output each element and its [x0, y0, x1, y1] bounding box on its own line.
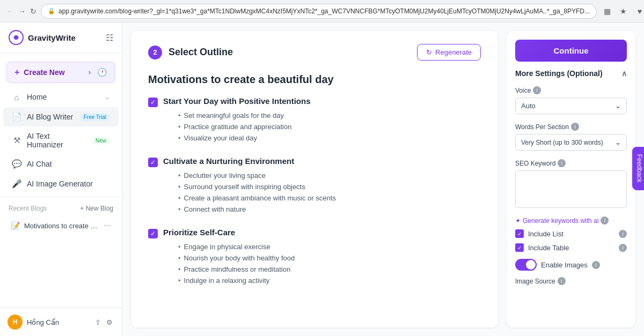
chat-icon: 💬 — [12, 159, 21, 169]
editor-panel: 2 Select Outline ↻ Regenerate Motivation… — [131, 31, 498, 327]
expand-button[interactable]: ⇧ — [93, 317, 103, 328]
seo-info-icon[interactable]: i — [558, 159, 566, 167]
generate-keywords-link[interactable]: ✦ Generate keywords with ai i — [507, 214, 635, 227]
outline-section-2: ✓ Cultivate a Nurturing Environment Decl… — [148, 156, 481, 215]
section-title-2: Cultivate a Nurturing Environment — [163, 156, 336, 166]
recent-blog-title: Motivations to create a beau... — [24, 222, 99, 230]
create-new-button[interactable]: + Create New › 🕐 — [6, 62, 115, 83]
recent-blog-item[interactable]: 📝 Motivations to create a beau... ⋯ — [3, 217, 119, 234]
voice-info-icon[interactable]: i — [533, 86, 541, 94]
regenerate-icon: ↻ — [426, 48, 432, 56]
feedback-tab[interactable]: Feedback — [633, 146, 644, 190]
outline-checkbox-1[interactable]: ✓ — [148, 98, 158, 107]
voice-field: Voice i Auto ⌄ — [507, 82, 635, 118]
continue-button[interactable]: Continue — [515, 40, 627, 62]
include-list-checkbox[interactable]: ✓ — [515, 229, 524, 238]
outline-checkbox-2[interactable]: ✓ — [148, 158, 158, 167]
sidebar-item-ai-chat[interactable]: 💬 AI Chat — [3, 154, 119, 174]
sidebar-item-text-humanizer[interactable]: ⚒ AI Text Humanizer New — [3, 127, 119, 154]
create-new-label: Create New — [24, 68, 64, 77]
seo-keyword-label: SEO Keyword i — [515, 159, 627, 167]
regenerate-button[interactable]: ↻ Regenerate — [417, 44, 481, 61]
voice-select[interactable]: Auto ⌄ — [515, 98, 627, 114]
outline-checkbox-3[interactable]: ✓ — [148, 229, 158, 238]
user-name: Hồng Cẩn — [27, 318, 89, 326]
check-icon-2: ✓ — [150, 159, 156, 166]
sidebar-footer: H Hồng Cẩn ⇧ ⚙ — [0, 308, 122, 336]
words-per-section-label: Words Per Section i — [515, 123, 627, 131]
text-humanizer-icon: ⚒ — [12, 136, 21, 145]
sidebar-item-blog-writer[interactable]: 📄 AI Blog Writer Free Trial — [3, 107, 119, 126]
sidebar-item-home-label: Home — [27, 93, 99, 101]
check-icon-table: ✓ — [517, 245, 522, 251]
step-number: 2 — [148, 46, 162, 59]
include-list-label: Include List — [528, 230, 614, 238]
generate-info-icon[interactable]: i — [601, 216, 609, 225]
new-blog-button[interactable]: + New Blog — [80, 205, 113, 212]
include-table-info-icon[interactable]: i — [619, 244, 627, 252]
svg-point-1 — [14, 35, 18, 40]
words-per-section-select[interactable]: Very Short (up to 300 words) ⌄ — [515, 134, 627, 151]
new-badge: New — [92, 137, 110, 145]
extensions-button[interactable]: ▦ — [601, 5, 614, 18]
seo-keyword-input[interactable] — [515, 170, 627, 208]
plus-icon: + — [14, 68, 19, 77]
browser-actions: ▦ ★ ♥ ■ H — [601, 5, 644, 18]
recent-blogs-label: Recent Blogs — [9, 205, 47, 212]
more-options-button[interactable]: ⋯ — [104, 221, 111, 230]
footer-actions: ⇧ ⚙ — [93, 317, 114, 328]
enable-images-toggle[interactable] — [515, 259, 537, 271]
bullet-3-4: Indulge in a relaxing activity — [178, 275, 295, 286]
words-info-icon[interactable]: i — [571, 123, 579, 131]
more-settings-label: More Settings (Optional) — [515, 69, 603, 78]
bullet-2-3: Create a pleasant ambiance with music or… — [178, 192, 336, 204]
enable-images-info-icon[interactable]: i — [592, 261, 600, 269]
include-table-row: ✓ Include Table i — [507, 241, 635, 255]
free-trial-badge: Free Trial — [80, 113, 110, 121]
sidebar-toggle-button[interactable]: ☷ — [106, 33, 113, 43]
sidebar-item-image-generator[interactable]: 🎤 AI Image Generator — [3, 174, 119, 193]
include-table-label: Include Table — [528, 244, 614, 252]
bullet-3-1: Engage in physical exercise — [178, 241, 295, 252]
continue-btn-area: Continue — [507, 31, 635, 62]
bookmark-button[interactable]: ★ — [617, 5, 630, 18]
shield-button[interactable]: ♥ — [633, 5, 644, 18]
include-table-checkbox[interactable]: ✓ — [515, 243, 524, 252]
check-icon: ✓ — [150, 99, 156, 106]
image-source-info-icon[interactable]: i — [558, 277, 566, 285]
section-3-bullets: Engage in physical exercise Nourish your… — [178, 241, 295, 286]
outline-section-3: ✓ Prioritize Self-Care Engage in physica… — [148, 228, 481, 286]
browser-bar: ← → ↻ 🔒 app.gravitywrite.com/blog-writer… — [0, 0, 644, 23]
recent-blogs-section-header: Recent Blogs + New Blog — [0, 200, 122, 216]
enable-images-row: Enable Images i — [507, 255, 635, 275]
forward-button[interactable]: → — [18, 6, 26, 17]
step-header: 2 Select Outline ↻ Regenerate — [148, 44, 481, 61]
logo-text: GravityWrite — [28, 33, 76, 42]
settings-panel: Continue More Settings (Optional) ∧ Voic… — [507, 31, 635, 327]
bullet-3-3: Practice mindfulness or meditation — [178, 264, 295, 275]
more-settings-header[interactable]: More Settings (Optional) ∧ — [507, 62, 635, 82]
app-container: GravityWrite ☷ + Create New › 🕐 ⌂ Home ⌄… — [0, 23, 644, 336]
document-icon: 📝 — [11, 221, 20, 230]
lock-icon: 🔒 — [48, 8, 55, 14]
address-bar[interactable]: 🔒 app.gravitywrite.com/blog-writer?_gl=1… — [41, 4, 597, 19]
bullet-1-1: Set meaningful goals for the day — [178, 110, 311, 121]
sidebar-header: GravityWrite ☷ — [0, 23, 122, 53]
check-icon-list: ✓ — [517, 231, 522, 237]
sidebar-item-home[interactable]: ⌂ Home ⌄ — [3, 87, 119, 107]
chevron-right-icon: › — [89, 69, 91, 76]
check-icon-3: ✓ — [150, 230, 156, 237]
url-text: app.gravitywrite.com/blog-writer?_gl=1*q… — [58, 8, 590, 15]
sidebar-divider — [0, 197, 122, 197]
enable-images-label: Enable Images — [541, 261, 588, 269]
include-list-info-icon[interactable]: i — [619, 230, 627, 238]
bullet-2-1: Declutter your living space — [178, 170, 336, 181]
outline-section-1: ✓ Start Your Day with Positive Intention… — [148, 96, 481, 144]
bullet-1-3: Visualize your ideal day — [178, 132, 311, 144]
image-icon: 🎤 — [12, 179, 21, 189]
image-source-label: Image Source — [515, 278, 555, 285]
settings-button[interactable]: ⚙ — [105, 317, 114, 328]
reload-button[interactable]: ↻ — [30, 6, 36, 17]
back-button[interactable]: ← — [6, 6, 14, 17]
home-icon: ⌂ — [12, 92, 21, 102]
